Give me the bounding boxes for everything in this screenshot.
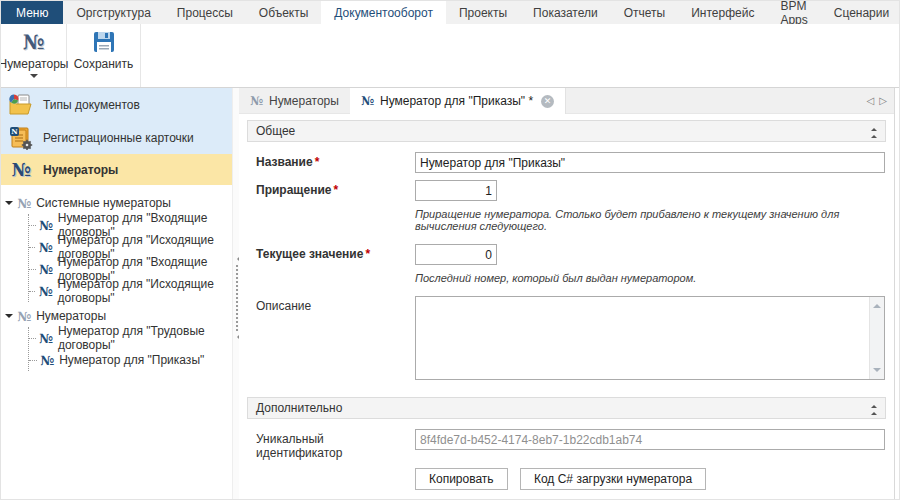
current-value-hint: Последний номер, который был выдан нумер… bbox=[415, 272, 885, 284]
numerator-group-icon: № bbox=[17, 196, 31, 211]
numerator-icon: № bbox=[39, 262, 53, 277]
numerator-icon: № bbox=[39, 331, 53, 346]
document-tabstrip: № Нумераторы № Нумератор для "Приказы" *… bbox=[239, 88, 894, 114]
tree-item-numerator[interactable]: № Нумератор для "Трудовые договоры" bbox=[29, 327, 232, 349]
section-header-general[interactable]: Общее bbox=[247, 120, 886, 142]
sidebar-item-label: Типы документов bbox=[43, 98, 140, 112]
menu-item-orgstructure[interactable]: Оргструктура bbox=[63, 1, 163, 24]
menu-item-scenarios[interactable]: Сценарии bbox=[821, 1, 900, 24]
field-row-name: Название* bbox=[247, 152, 886, 173]
application-window: Меню Оргструктура Процессы Объекты Докум… bbox=[0, 0, 900, 500]
sidebar-item-label: Нумераторы bbox=[43, 163, 118, 177]
svg-text:N: N bbox=[11, 127, 18, 136]
menu-item-objects[interactable]: Объекты bbox=[246, 1, 322, 24]
tab-numerators[interactable]: № Нумераторы bbox=[239, 88, 350, 113]
field-row-description: Описание bbox=[247, 296, 886, 380]
numerator-icon: № bbox=[23, 30, 45, 54]
menu-item-processes[interactable]: Процессы bbox=[164, 1, 246, 24]
field-label: Описание bbox=[247, 296, 415, 313]
buttons-row: Копировать Код C# загрузки нумератора bbox=[247, 468, 886, 490]
tree-group-label: Системные нумераторы bbox=[36, 196, 171, 210]
textarea-scrollbar[interactable] bbox=[869, 297, 884, 379]
increment-input[interactable] bbox=[415, 180, 497, 201]
field-label: Название* bbox=[247, 152, 415, 169]
close-tab-icon[interactable]: ✕ bbox=[541, 95, 554, 108]
uid-input[interactable] bbox=[415, 429, 885, 450]
scroll-up-icon[interactable] bbox=[873, 300, 881, 308]
navigation-sidebar: Типы документов N bbox=[1, 88, 232, 500]
sidebar-item-numerators[interactable]: № Нумераторы bbox=[1, 154, 232, 185]
numerator-icon: № bbox=[38, 284, 52, 299]
field-row-uid: Уникальный идентификатор bbox=[247, 429, 886, 460]
collapse-section-icon[interactable] bbox=[871, 125, 877, 138]
tree-group-label: Нумераторы bbox=[36, 309, 106, 323]
required-marker: * bbox=[315, 155, 320, 169]
numerators-ribbon-button[interactable]: № Нумераторы bbox=[1, 24, 67, 87]
numerator-group-icon: № bbox=[17, 309, 31, 324]
menu-item-interface[interactable]: Интерфейс bbox=[678, 1, 767, 24]
sidebar-item-document-types[interactable]: Типы документов bbox=[1, 88, 232, 121]
field-label: Текущее значение* bbox=[247, 244, 415, 261]
numerator-form: Общее Название* Приращение* Приращение н… bbox=[239, 114, 894, 490]
scroll-down-icon[interactable] bbox=[873, 368, 881, 376]
tab-numerator-prikazy[interactable]: № Нумератор для "Приказы" * ✕ bbox=[350, 88, 566, 114]
tree-item-numerator[interactable]: № Нумератор для "Исходящие договоры" bbox=[29, 280, 232, 302]
collapse-section-icon[interactable] bbox=[871, 402, 877, 415]
field-label: Уникальный идентификатор bbox=[247, 429, 415, 460]
menu-item-document-flow[interactable]: Документооборот bbox=[321, 1, 446, 24]
menu-bar: Меню Оргструктура Процессы Объекты Докум… bbox=[1, 1, 900, 24]
required-marker: * bbox=[365, 247, 370, 261]
tab-label: Нумераторы bbox=[269, 94, 339, 108]
splitter-dots bbox=[236, 265, 238, 331]
registration-cards-icon: N bbox=[8, 126, 34, 150]
numerator-icon: № bbox=[8, 159, 34, 180]
description-textarea[interactable] bbox=[416, 297, 884, 379]
current-value-input[interactable] bbox=[415, 244, 497, 265]
numerator-icon: № bbox=[361, 94, 374, 108]
tree-expand-icon[interactable] bbox=[5, 201, 13, 209]
tree-item-numerator[interactable]: № Нумератор для "Приказы" bbox=[29, 349, 232, 371]
tab-label: Нумератор для "Приказы" * bbox=[380, 94, 533, 108]
save-icon bbox=[92, 30, 116, 54]
field-row-increment: Приращение* Приращение нумератора. Столь… bbox=[247, 180, 886, 232]
scroll-tabs-right-icon[interactable]: ▷ bbox=[879, 95, 887, 106]
menu-item-bpm-apps[interactable]: BPM Apps bbox=[767, 1, 820, 24]
numerators-tree: № Системные нумераторы № Нумератор для "… bbox=[1, 192, 232, 371]
menu-button[interactable]: Меню bbox=[1, 1, 63, 24]
ribbon: № Нумераторы Сохранить bbox=[1, 24, 900, 88]
menu-item-reports[interactable]: Отчеты bbox=[611, 1, 678, 24]
numerator-icon: № bbox=[40, 353, 54, 368]
tree-expand-icon[interactable] bbox=[5, 314, 13, 322]
sidebar-splitter[interactable] bbox=[232, 88, 239, 500]
numerator-icon: № bbox=[39, 218, 53, 233]
sidebar-item-registration-cards[interactable]: N Регистрационные карточки bbox=[1, 121, 232, 154]
increment-hint: Приращение нумератора. Столько будет при… bbox=[415, 208, 885, 232]
dropdown-caret-icon bbox=[30, 74, 38, 82]
field-label: Приращение* bbox=[247, 180, 415, 197]
section-header-additional[interactable]: Дополнительно bbox=[247, 397, 886, 419]
tree-item-label: Нумератор для "Исходящие договоры" bbox=[58, 277, 232, 305]
scroll-tabs-left-icon[interactable]: ◁ bbox=[867, 95, 875, 106]
save-button[interactable]: Сохранить bbox=[67, 24, 141, 87]
tree-item-label: Нумератор для "Трудовые договоры" bbox=[58, 324, 232, 352]
name-input[interactable] bbox=[415, 152, 885, 173]
copy-button[interactable]: Копировать bbox=[415, 468, 508, 490]
field-row-current-value: Текущее значение* Последний номер, котор… bbox=[247, 244, 886, 284]
numerator-icon: № bbox=[38, 240, 52, 255]
sidebar-item-label: Регистрационные карточки bbox=[43, 131, 194, 145]
save-button-label: Сохранить bbox=[74, 57, 134, 71]
required-marker: * bbox=[333, 183, 338, 197]
section-title: Дополнительно bbox=[256, 401, 342, 415]
section-title: Общее bbox=[256, 124, 295, 138]
numerator-icon: № bbox=[250, 94, 263, 108]
document-types-folder-icon bbox=[8, 93, 34, 117]
numerators-ribbon-label: Нумераторы bbox=[0, 57, 68, 71]
main-panel: № Нумераторы № Нумератор для "Приказы" *… bbox=[239, 88, 895, 499]
csharp-code-button[interactable]: Код C# загрузки нумератора bbox=[520, 468, 706, 490]
tree-item-label: Нумератор для "Приказы" bbox=[59, 353, 204, 367]
menu-item-projects[interactable]: Проекты bbox=[446, 1, 520, 24]
menu-item-indicators[interactable]: Показатели bbox=[520, 1, 611, 24]
